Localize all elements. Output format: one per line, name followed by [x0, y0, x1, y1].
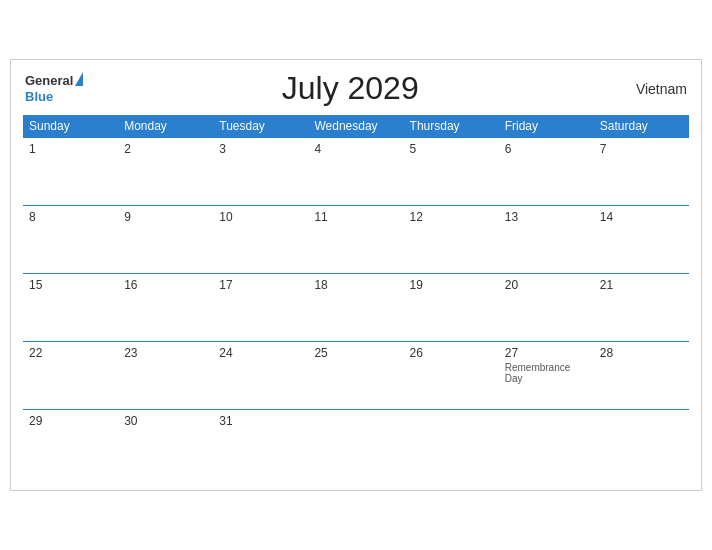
day-number: 2	[124, 142, 207, 156]
day-number: 26	[410, 346, 493, 360]
weekday-header-tuesday: Tuesday	[213, 115, 308, 138]
day-number: 9	[124, 210, 207, 224]
calendar-cell: 30	[118, 410, 213, 478]
calendar-cell: 26	[404, 342, 499, 410]
day-number: 16	[124, 278, 207, 292]
calendar-cell: 19	[404, 274, 499, 342]
day-number: 11	[314, 210, 397, 224]
day-number: 15	[29, 278, 112, 292]
day-number: 19	[410, 278, 493, 292]
calendar-cell: 10	[213, 206, 308, 274]
day-number: 28	[600, 346, 683, 360]
day-number: 29	[29, 414, 112, 428]
day-number: 31	[219, 414, 302, 428]
weekday-header-sunday: Sunday	[23, 115, 118, 138]
calendar-cell: 2	[118, 138, 213, 206]
calendar-cell: 27Remembrance Day	[499, 342, 594, 410]
day-number: 14	[600, 210, 683, 224]
logo-general-text: General	[25, 74, 73, 87]
calendar-cell: 1	[23, 138, 118, 206]
calendar-cell: 9	[118, 206, 213, 274]
day-number: 21	[600, 278, 683, 292]
day-number: 5	[410, 142, 493, 156]
calendar-cell: 24	[213, 342, 308, 410]
calendar-grid: SundayMondayTuesdayWednesdayThursdayFrid…	[23, 115, 689, 478]
calendar-tbody: 1234567891011121314151617181920212223242…	[23, 138, 689, 478]
weekday-header-friday: Friday	[499, 115, 594, 138]
logo: General Blue	[25, 74, 83, 104]
calendar-cell	[404, 410, 499, 478]
calendar-cell: 4	[308, 138, 403, 206]
weekday-header-wednesday: Wednesday	[308, 115, 403, 138]
day-number: 23	[124, 346, 207, 360]
calendar-cell: 11	[308, 206, 403, 274]
day-number: 1	[29, 142, 112, 156]
calendar-cell: 7	[594, 138, 689, 206]
day-number: 8	[29, 210, 112, 224]
calendar-cell: 25	[308, 342, 403, 410]
calendar-cell: 8	[23, 206, 118, 274]
calendar-week-row: 222324252627Remembrance Day28	[23, 342, 689, 410]
day-number: 27	[505, 346, 588, 360]
day-number: 25	[314, 346, 397, 360]
calendar-cell: 28	[594, 342, 689, 410]
day-number: 4	[314, 142, 397, 156]
day-number: 30	[124, 414, 207, 428]
day-number: 22	[29, 346, 112, 360]
calendar-cell: 13	[499, 206, 594, 274]
day-number: 10	[219, 210, 302, 224]
calendar-cell: 16	[118, 274, 213, 342]
calendar-thead: SundayMondayTuesdayWednesdayThursdayFrid…	[23, 115, 689, 138]
calendar-week-row: 293031	[23, 410, 689, 478]
holiday-label: Remembrance Day	[505, 362, 588, 384]
day-number: 13	[505, 210, 588, 224]
calendar-cell: 15	[23, 274, 118, 342]
logo-triangle-icon	[75, 72, 83, 86]
calendar-cell: 23	[118, 342, 213, 410]
weekday-header-row: SundayMondayTuesdayWednesdayThursdayFrid…	[23, 115, 689, 138]
calendar-cell: 22	[23, 342, 118, 410]
weekday-header-monday: Monday	[118, 115, 213, 138]
calendar-country: Vietnam	[617, 81, 687, 97]
calendar-cell: 21	[594, 274, 689, 342]
calendar-week-row: 1234567	[23, 138, 689, 206]
calendar-cell: 17	[213, 274, 308, 342]
calendar-cell: 31	[213, 410, 308, 478]
day-number: 7	[600, 142, 683, 156]
day-number: 3	[219, 142, 302, 156]
day-number: 17	[219, 278, 302, 292]
weekday-header-saturday: Saturday	[594, 115, 689, 138]
calendar-cell: 20	[499, 274, 594, 342]
logo-blue-text: Blue	[25, 89, 53, 104]
day-number: 6	[505, 142, 588, 156]
calendar-header: General Blue July 2029 Vietnam	[23, 70, 689, 107]
calendar-title: July 2029	[83, 70, 617, 107]
calendar-cell: 18	[308, 274, 403, 342]
calendar-cell: 29	[23, 410, 118, 478]
day-number: 12	[410, 210, 493, 224]
calendar-cell	[594, 410, 689, 478]
calendar-cell: 5	[404, 138, 499, 206]
calendar-cell	[499, 410, 594, 478]
calendar-week-row: 891011121314	[23, 206, 689, 274]
day-number: 24	[219, 346, 302, 360]
day-number: 20	[505, 278, 588, 292]
day-number: 18	[314, 278, 397, 292]
calendar-cell: 14	[594, 206, 689, 274]
calendar-cell	[308, 410, 403, 478]
weekday-header-thursday: Thursday	[404, 115, 499, 138]
calendar-cell: 3	[213, 138, 308, 206]
calendar-cell: 6	[499, 138, 594, 206]
calendar-wrapper: General Blue July 2029 Vietnam SundayMon…	[10, 59, 702, 491]
calendar-cell: 12	[404, 206, 499, 274]
calendar-week-row: 15161718192021	[23, 274, 689, 342]
